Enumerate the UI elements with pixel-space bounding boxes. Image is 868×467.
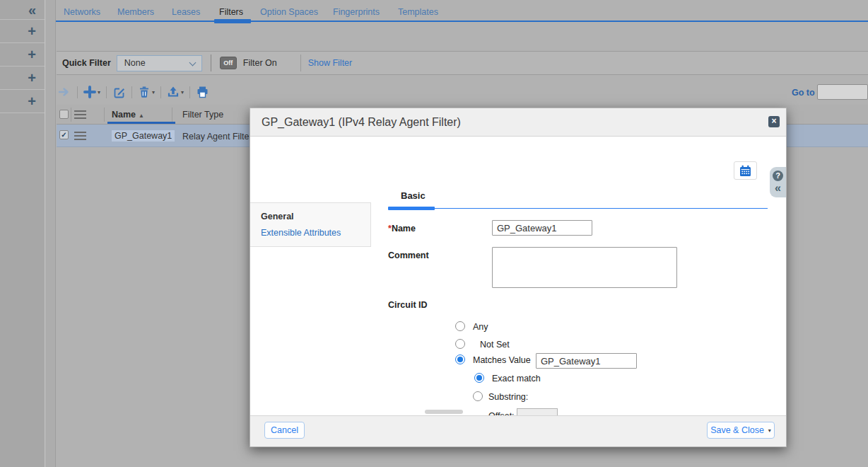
tabs-underline [56,21,868,22]
app-window: « + + + + Networks Members Leases Filter… [0,0,868,467]
sidebar-add-button-3[interactable]: + [0,67,45,90]
sort-asc-icon: ▲ [139,113,144,119]
row-name-cell[interactable]: GP_Gateway1 [112,131,175,141]
radio-matches-value-label: Matches Value [473,355,531,365]
radio-exact-match-label: Exact match [492,374,541,384]
panel-collapse-icon[interactable]: « [775,183,781,194]
save-and-close-button[interactable]: Save & Close ▾ [707,422,775,439]
column-divider [71,108,71,122]
chevron-down-icon [189,59,196,66]
plus-icon [83,86,96,98]
radio-not-set[interactable] [455,339,465,349]
cancel-button[interactable]: Cancel [264,422,305,439]
add-button[interactable]: ▾ [83,86,100,98]
quick-filter-value: None [124,58,146,68]
row-menu-icon[interactable] [74,132,86,140]
sidebar-gutter [46,0,56,467]
dialog-titlebar: GP_Gateway1 (IPv4 Relay Agent Filter) [250,108,786,137]
open-arrow-icon[interactable] [58,86,71,98]
column-header-filter-type[interactable]: Filter Type [182,110,223,120]
divider [160,86,161,98]
show-filter-link[interactable]: Show Filter [308,58,353,68]
plus-icon: + [28,47,36,62]
divider [131,86,132,98]
left-sidebar: « + + + + [0,0,45,467]
nav-item-extensible-attributes[interactable]: Extensible Attributes [261,228,341,238]
name-label: *Name [388,224,416,233]
row-filter-type-cell: Relay Agent Filter [182,132,252,142]
tab-leases[interactable]: Leases [172,7,200,17]
help-panel-tab: ? « [770,167,786,197]
offset-field[interactable] [517,408,558,415]
caret-down-icon: ▾ [152,89,155,96]
radio-any[interactable] [455,321,465,331]
divider [77,86,78,98]
sidebar-collapse-button[interactable]: « [0,0,45,20]
caret-down-icon: ▾ [98,89,100,96]
sidebar-add-button-2[interactable]: + [0,43,45,67]
quick-filter-bar: Quick Filter None Off Filter On Show Fil… [57,51,868,75]
dialog-tab-basic[interactable]: Basic [401,190,426,201]
scrollbar-thumb[interactable] [425,410,463,414]
radio-any-label: Any [473,322,488,332]
row-checkbox[interactable]: ✓ [59,130,69,139]
plus-icon: + [28,24,36,38]
divider [106,86,107,98]
comment-label: Comment [388,250,429,260]
radio-not-set-label: Not Set [480,340,510,350]
trash-icon [138,86,151,98]
tab-networks[interactable]: Networks [64,7,100,17]
print-button[interactable] [196,86,209,98]
dialog-tabs-underline [388,208,768,209]
radio-matches-value[interactable] [455,354,465,364]
circuit-id-label: Circuit ID [388,300,428,310]
edit-icon [112,86,126,99]
matches-value-field[interactable] [536,353,637,369]
tab-option-spaces[interactable]: Option Spaces [260,7,318,17]
caret-down-icon: ▾ [768,427,771,434]
collapse-left-icon: « [28,3,36,17]
sidebar-add-button-4[interactable]: + [0,90,45,113]
divider [189,86,190,98]
quick-filter-dropdown[interactable]: None [117,55,202,71]
radio-substring-label: Substring: [488,392,528,402]
go-to-input[interactable] [817,84,868,100]
radio-exact-match[interactable] [474,373,484,383]
dialog-title: GP_Gateway1 (IPv4 Relay Agent Filter) [262,116,461,129]
divider [300,54,301,71]
name-field[interactable] [492,220,592,236]
tab-fingerprints[interactable]: Fingerprints [333,7,380,17]
sorted-column-indicator [107,122,175,124]
radio-substring[interactable] [473,391,483,401]
row-menu-icon[interactable] [74,110,86,119]
column-header-name[interactable]: Name▲ [112,110,144,120]
edit-filter-dialog: GP_Gateway1 (IPv4 Relay Agent Filter) × … [250,108,787,447]
divider [211,54,211,71]
close-icon[interactable]: × [768,116,780,127]
plus-icon: + [28,94,36,108]
comment-field[interactable] [492,247,677,288]
delete-button[interactable]: ▾ [138,86,155,98]
dialog-footer: Cancel Save & Close ▾ [250,415,786,446]
schedule-button[interactable] [734,161,757,180]
select-all-checkbox[interactable] [59,110,69,119]
table-toolbar: ▾ ▾ ▾ [58,83,209,100]
dialog-active-tab-indicator [388,207,435,210]
filter-toggle-button[interactable]: Off [220,57,237,69]
tab-templates[interactable]: Templates [398,7,438,17]
plus-icon: + [28,71,36,85]
tab-members[interactable]: Members [117,7,154,17]
column-divider [172,108,172,122]
sidebar-add-button-1[interactable]: + [0,20,45,43]
go-to-label: Go to [792,88,815,98]
export-button[interactable]: ▾ [167,86,184,98]
upload-icon [167,86,180,98]
calendar-icon [739,165,751,177]
help-icon[interactable]: ? [773,171,783,181]
dialog-side-nav: General Extensible Attributes [250,202,371,247]
nav-item-general[interactable]: General [261,212,294,221]
quick-filter-label: Quick Filter [62,58,111,68]
filter-on-label: Filter On [243,58,277,68]
edit-button[interactable] [112,86,126,99]
tab-filters[interactable]: Filters [219,7,243,17]
